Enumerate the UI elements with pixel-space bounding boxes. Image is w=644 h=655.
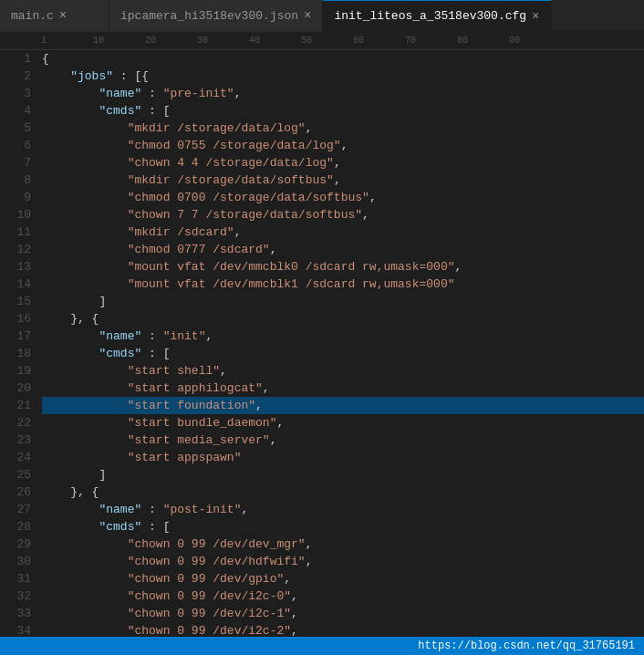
ruler-mark-70: 70 xyxy=(405,36,416,46)
tab-cfg-close[interactable]: × xyxy=(532,10,539,23)
code-line-8: "mkdir /storage/data/softbus", xyxy=(42,172,644,189)
line-number-10: 10 xyxy=(0,206,31,224)
code-line-2: "jobs" : [{ xyxy=(42,68,644,85)
code-line-7: "chown 4 4 /storage/data/log", xyxy=(42,154,644,172)
code-line-17: "name" : "init", xyxy=(42,328,644,345)
line-number-9: 9 xyxy=(0,189,31,206)
line-number-18: 18 xyxy=(0,345,31,362)
code-line-9: "chmod 0700 /storage/data/softbus", xyxy=(42,189,644,206)
line-number-27: 27 xyxy=(0,501,31,518)
ruler-mark-90: 90 xyxy=(509,36,520,46)
line-number-20: 20 xyxy=(0,379,31,397)
code-line-33: "chown 0 99 /dev/i2c-1", xyxy=(42,605,644,622)
code-line-27: "name" : "post-init", xyxy=(42,501,644,518)
line-number-5: 5 xyxy=(0,120,31,137)
line-number-23: 23 xyxy=(0,431,31,449)
line-number-13: 13 xyxy=(0,258,31,276)
line-number-31: 31 xyxy=(0,570,31,587)
code-line-34: "chown 0 99 /dev/i2c-2", xyxy=(42,622,644,637)
ruler-mark-10: 10 xyxy=(93,36,104,46)
code-line-25: ] xyxy=(42,466,644,483)
code-line-4: "cmds" : [ xyxy=(42,102,644,120)
code-line-14: "mount vfat /dev/mmcblk1 /sdcard rw,umas… xyxy=(42,276,644,293)
line-number-16: 16 xyxy=(0,310,31,328)
code-line-10: "chown 7 7 /storage/data/softbus", xyxy=(42,206,644,224)
code-line-23: "start media_server", xyxy=(42,431,644,449)
line-number-2: 2 xyxy=(0,68,31,85)
tab-json-close[interactable]: × xyxy=(304,9,311,22)
code-line-15: ] xyxy=(42,293,644,310)
ruler-mark-1: 1 xyxy=(41,36,47,46)
ruler-mark-40: 40 xyxy=(249,36,260,46)
line-numbers: 1234567891011121314151617181920212223242… xyxy=(0,50,38,637)
code-line-26: }, { xyxy=(42,483,644,501)
code-line-18: "cmds" : [ xyxy=(42,345,644,362)
code-line-20: "start apphilogcat", xyxy=(42,379,644,397)
code-line-1: { xyxy=(42,50,644,68)
line-number-14: 14 xyxy=(0,276,31,293)
code-line-31: "chown 0 99 /dev/gpio", xyxy=(42,570,644,587)
line-number-3: 3 xyxy=(0,85,31,102)
code-content[interactable]: { "jobs" : [{ "name" : "pre-init", "cmds… xyxy=(38,50,644,637)
ruler-mark-60: 60 xyxy=(353,36,364,46)
ruler-marks: 1 10 20 30 40 50 60 70 80 90 xyxy=(41,32,644,49)
tab-cfg-label: init_liteos_a_3518ev300.cfg xyxy=(334,9,526,23)
code-line-29: "chown 0 99 /dev/dev_mgr", xyxy=(42,535,644,553)
line-number-4: 4 xyxy=(0,102,31,120)
code-line-19: "start shell", xyxy=(42,362,644,379)
line-number-15: 15 xyxy=(0,293,31,310)
line-number-6: 6 xyxy=(0,137,31,154)
ruler-mark-80: 80 xyxy=(457,36,468,46)
code-area: 1234567891011121314151617181920212223242… xyxy=(0,50,644,637)
ruler-mark-20: 20 xyxy=(145,36,156,46)
line-number-33: 33 xyxy=(0,605,31,622)
status-bar: https://blog.csdn.net/qq_31765191 xyxy=(0,637,644,655)
code-line-13: "mount vfat /dev/mmcblk0 /sdcard rw,umas… xyxy=(42,258,644,276)
code-line-11: "mkdir /sdcard", xyxy=(42,224,644,241)
code-line-32: "chown 0 99 /dev/i2c-0", xyxy=(42,587,644,605)
code-line-5: "mkdir /storage/data/log", xyxy=(42,120,644,137)
line-number-30: 30 xyxy=(0,553,31,570)
line-number-22: 22 xyxy=(0,414,31,431)
ruler-mark-50: 50 xyxy=(301,36,312,46)
line-number-25: 25 xyxy=(0,466,31,483)
code-line-12: "chmod 0777 /sdcard", xyxy=(42,241,644,258)
line-number-7: 7 xyxy=(0,154,31,172)
line-number-19: 19 xyxy=(0,362,31,379)
code-line-22: "start bundle_daemon", xyxy=(42,414,644,431)
line-number-24: 24 xyxy=(0,449,31,466)
tab-json[interactable]: ipcamera_hi3518ev300.json × xyxy=(109,0,323,32)
tab-main-c-label: main.c xyxy=(11,9,54,23)
code-line-21: "start foundation", xyxy=(42,397,644,414)
tab-main-c-close[interactable]: × xyxy=(59,9,67,22)
ruler: 1 10 20 30 40 50 60 70 80 90 xyxy=(0,32,644,50)
code-line-24: "start appspawn" xyxy=(42,449,644,466)
tab-json-label: ipcamera_hi3518ev300.json xyxy=(120,9,298,23)
line-number-34: 34 xyxy=(0,622,31,637)
tab-bar: main.c × ipcamera_hi3518ev300.json × ini… xyxy=(0,0,644,32)
line-number-28: 28 xyxy=(0,518,31,535)
tab-main-c[interactable]: main.c × xyxy=(0,0,109,32)
line-number-17: 17 xyxy=(0,328,31,345)
line-number-29: 29 xyxy=(0,535,31,553)
status-url: https://blog.csdn.net/qq_31765191 xyxy=(418,639,635,652)
line-number-8: 8 xyxy=(0,172,31,189)
ruler-mark-30: 30 xyxy=(197,36,208,46)
line-number-32: 32 xyxy=(0,587,31,605)
code-line-6: "chmod 0755 /storage/data/log", xyxy=(42,137,644,154)
code-line-28: "cmds" : [ xyxy=(42,518,644,535)
line-number-21: 21 xyxy=(0,397,31,414)
line-number-11: 11 xyxy=(0,224,31,241)
code-line-3: "name" : "pre-init", xyxy=(42,85,644,102)
line-number-12: 12 xyxy=(0,241,31,258)
line-number-26: 26 xyxy=(0,483,31,501)
line-number-1: 1 xyxy=(0,50,31,68)
code-line-30: "chown 0 99 /dev/hdfwifi", xyxy=(42,553,644,570)
code-line-16: }, { xyxy=(42,310,644,328)
tab-cfg[interactable]: init_liteos_a_3518ev300.cfg × xyxy=(323,0,551,32)
